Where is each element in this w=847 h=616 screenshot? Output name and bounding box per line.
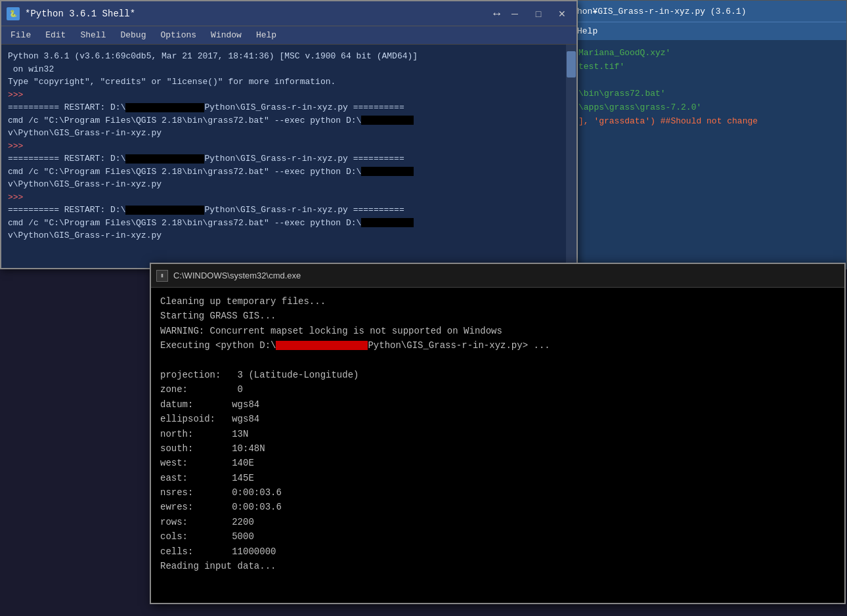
cmd-rows: rows: 2200	[160, 515, 835, 529]
cmd-ewres: ewres: 0:00:03.6	[160, 500, 835, 514]
cmd-north-val: 13N	[232, 429, 248, 439]
cmd-blank	[160, 353, 835, 368]
cmd-west: west: 140E	[160, 456, 835, 470]
maximize-button[interactable]: □	[529, 7, 548, 21]
cmd-zone-val: 0	[232, 384, 243, 395]
cmd-reading: Reading input data...	[160, 559, 835, 573]
editor-line-4: \apps\grass\grass-7.2.0'	[578, 102, 701, 112]
cmd-ewres-val: 0:00:03.6	[232, 502, 282, 512]
prompt-1: >>>	[8, 89, 570, 102]
cmd-nsres: nsres: 0:00:03.6	[160, 485, 835, 500]
editor-content: Mariana_GoodQ.xyz' test.tif' \bin\grass7…	[572, 40, 846, 135]
editor-menubar: Help	[572, 22, 846, 40]
cmd-line-2b: v\Python\GIS_Grass-r-in-xyz.py	[8, 178, 570, 191]
cmd-cols-val: 5000	[232, 531, 254, 542]
cmd-datum-val: wgs84	[232, 399, 259, 410]
cmd-nsres-val: 0:00:03.6	[232, 487, 282, 498]
cmd-content[interactable]: Cleaning up temporary files... Starting …	[151, 288, 844, 603]
shell-title-text: *Python 3.6.1 Shell*	[25, 9, 135, 19]
cmd-ellipsoid-val: wgs84	[232, 414, 259, 424]
menu-edit[interactable]: Edit	[39, 29, 72, 41]
startup-line-2: on win32	[8, 63, 570, 76]
menu-file[interactable]: File	[4, 29, 37, 41]
restart-line-2: ========== RESTART: D:\ Python\GIS_Grass…	[8, 152, 570, 165]
cmd-rows-val: 2200	[232, 517, 254, 527]
editor-line-2: test.tif'	[578, 62, 624, 72]
menu-debug[interactable]: Debug	[114, 29, 152, 41]
editor-titlebar: hon¥GIS_Grass-r-in-xyz.py (3.6.1)	[572, 1, 846, 22]
editor-title: hon¥GIS_Grass-r-in-xyz.py (3.6.1)	[577, 7, 746, 16]
transfer-icon: ↔	[493, 7, 500, 20]
cmd-datum: datum: wgs84	[160, 397, 835, 412]
cmd-executing: Executing <python D:\ Python\GIS_Grass-r…	[160, 338, 835, 353]
cmd-line-3a: cmd /c "C:\Program Files\QGIS 2.18\bin\g…	[8, 217, 570, 230]
cmd-line-1a: cmd /c "C:\Program Files\QGIS 2.18\bin\g…	[8, 114, 570, 127]
shell-content[interactable]: Python 3.6.1 (v3.6.1:69c0db5, Mar 21 201…	[1, 45, 576, 268]
restart-line-3: ========== RESTART: D:\ Python\GIS_Grass…	[8, 204, 570, 217]
prompt-2: >>>	[8, 140, 570, 153]
editor-line-3: \bin\grass72.bat'	[578, 89, 666, 99]
startup-line-3: Type "copyright", "credits" or "license(…	[8, 76, 570, 89]
cmd-icon: ▮	[156, 270, 168, 282]
menu-window[interactable]: Window	[204, 29, 248, 41]
cmd-east-val: 145E	[232, 473, 254, 483]
cmd-window: ▮ C:\WINDOWS\system32\cmd.exe Cleaning u…	[150, 263, 846, 604]
startup-line-1: Python 3.6.1 (v3.6.1:69c0db5, Mar 21 201…	[8, 50, 570, 63]
cmd-zone: zone: 0	[160, 382, 835, 397]
python-icon: 🐍	[7, 7, 20, 20]
cmd-line-2a: cmd /c "C:\Program Files\QGIS 2.18\bin\g…	[8, 165, 570, 179]
cmd-south-val: 10:48N	[232, 443, 265, 454]
menu-shell[interactable]: Shell	[74, 29, 112, 41]
minimize-button[interactable]: ─	[506, 7, 524, 21]
cmd-titlebar: ▮ C:\WINDOWS\system32\cmd.exe	[151, 264, 844, 288]
shell-menubar: File Edit Shell Debug Options Window Hel…	[1, 26, 576, 45]
cmd-cells-val: 11000000	[232, 546, 276, 557]
scrollbar-thumb[interactable]	[567, 51, 576, 77]
cmd-projection: projection: 3 (Latitude-Longitude)	[160, 368, 835, 382]
prompt-3: >>>	[8, 191, 570, 204]
cmd-east: east: 145E	[160, 471, 835, 485]
cmd-cols: cols: 5000	[160, 529, 835, 544]
cmd-ellipsoid: ellipsoid: wgs84	[160, 412, 835, 426]
cmd-warning: WARNING: Concurrent mapset locking is no…	[160, 324, 835, 338]
close-button[interactable]: ✕	[553, 7, 571, 21]
cmd-south: south: 10:48N	[160, 441, 835, 456]
shell-title-left: 🐍 *Python 3.6.1 Shell*	[7, 7, 135, 20]
menu-options[interactable]: Options	[154, 29, 203, 41]
menu-help[interactable]: Help	[250, 29, 283, 41]
python-shell-window: 🐍 *Python 3.6.1 Shell* ↔ ─ □ ✕ File Edit…	[0, 0, 578, 269]
cmd-west-val: 140E	[232, 458, 254, 468]
cmd-cleaning: Cleaning up temporary files...	[160, 294, 835, 309]
editor-help-label: Help	[577, 26, 597, 36]
cmd-title-text: C:\WINDOWS\system32\cmd.exe	[173, 271, 301, 280]
editor-window: hon¥GIS_Grass-r-in-xyz.py (3.6.1) Help M…	[571, 0, 847, 269]
cmd-line-1b: v\Python\GIS_Grass-r-in-xyz.py	[8, 127, 570, 140]
shell-titlebar: 🐍 *Python 3.6.1 Shell* ↔ ─ □ ✕	[1, 1, 576, 26]
cmd-starting: Starting GRASS GIS...	[160, 309, 835, 323]
cmd-north: north: 13N	[160, 427, 835, 441]
cmd-line-3b: v\Python\GIS_Grass-r-in-xyz.py	[8, 229, 570, 242]
shell-title-controls: ↔ ─ □ ✕	[493, 7, 571, 21]
shell-scrollbar[interactable]	[566, 45, 576, 268]
cmd-cells: cells: 11000000	[160, 544, 835, 559]
restart-line-1: ========== RESTART: D:\ Python\GIS_Grass…	[8, 101, 570, 114]
cmd-projection-val: 3 (Latitude-Longitude)	[232, 370, 358, 380]
editor-line-1: Mariana_GoodQ.xyz'	[578, 48, 670, 58]
editor-line-5: ], 'grassdata') ##Should not change	[578, 116, 758, 126]
